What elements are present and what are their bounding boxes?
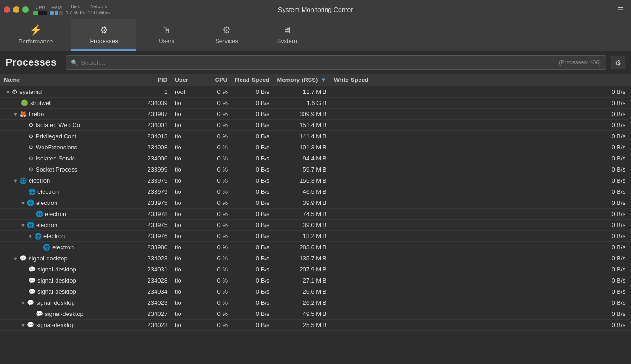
cpu-label: CPU	[35, 5, 45, 10]
col-header-read[interactable]: Read Speed	[231, 74, 273, 86]
tree-toggle[interactable]: ▼	[20, 200, 25, 206]
col-header-user[interactable]: User	[171, 74, 204, 86]
cell-write: 0 B/s	[330, 86, 631, 98]
tab-processes[interactable]: ⚙ Processes	[71, 19, 136, 51]
table-row[interactable]: 🌐electron233978tio0 %0 B/s74.5 MiB0 B/s	[0, 209, 631, 220]
process-name: signal-desktop	[36, 299, 75, 306]
table-row[interactable]: ⚙Socket Process233999tio0 %0 B/s59.7 MiB…	[0, 164, 631, 175]
table-row[interactable]: ▼🦊firefox233987tio0 %0 B/s309.9 MiB0 B/s	[0, 109, 631, 120]
col-header-cpu[interactable]: CPU	[204, 74, 231, 86]
process-name: electron	[36, 222, 57, 228]
col-header-write[interactable]: Write Speed	[330, 74, 631, 86]
process-icon: 💬	[19, 255, 27, 262]
process-icon: 🟢	[21, 99, 28, 106]
tab-performance[interactable]: ⚡ Performance	[0, 19, 71, 51]
cell-user: tio	[171, 175, 204, 186]
cell-write: 0 B/s	[330, 275, 631, 286]
tree-toggle[interactable]: ▼	[28, 234, 33, 239]
menu-icon[interactable]: ☰	[613, 4, 627, 16]
cell-user: tio	[171, 142, 204, 153]
cell-user: tio	[171, 253, 204, 264]
process-name: systemd	[19, 88, 42, 95]
cell-name: ⚙Isolated Web Co	[0, 120, 134, 131]
tree-toggle[interactable]: ▼	[13, 256, 18, 261]
table-row[interactable]: ⚙Isolated Servic234006tio0 %0 B/s94.4 Mi…	[0, 153, 631, 164]
table-container[interactable]: Name PID User CPU Read Speed Memory (RSS…	[0, 74, 631, 343]
cell-cpu: 0 %	[204, 131, 231, 142]
table-row[interactable]: 💬signal-desktop234027tio0 %0 B/s49.5 MiB…	[0, 308, 631, 320]
cell-memory: 151.4 MiB	[273, 120, 330, 131]
process-icon: ⚙	[12, 88, 18, 95]
cell-name: 💬signal-desktop	[0, 264, 134, 275]
tree-toggle[interactable]: ▼	[20, 222, 25, 228]
tree-toggle[interactable]: ▼	[13, 111, 18, 117]
minimize-button[interactable]	[13, 6, 19, 13]
performance-icon: ⚡	[30, 24, 42, 36]
col-header-mem[interactable]: Memory (RSS) ▼	[273, 74, 330, 86]
cell-cpu: 0 %	[204, 209, 231, 220]
cpu-bar	[33, 11, 38, 15]
cell-write: 0 B/s	[330, 109, 631, 120]
table-row[interactable]: 🌐electron233979tio0 %0 B/s46.5 MiB0 B/s	[0, 186, 631, 197]
cell-memory: 49.5 MiB	[273, 308, 330, 320]
table-row[interactable]: ⚙Privileged Cont234013tio0 %0 B/s141.4 M…	[0, 131, 631, 142]
cpu-indicator: CPU	[33, 5, 47, 15]
table-row[interactable]: ▼🌐electron233975tio0 %0 B/s39.9 MiB0 B/s	[0, 197, 631, 209]
cell-memory: 74.5 MiB	[273, 209, 330, 220]
process-icon: ⚙	[28, 155, 34, 162]
process-name: WebExtensions	[36, 144, 77, 151]
cell-pid: 233975	[134, 175, 171, 186]
process-name: Isolated Web Co	[36, 122, 80, 129]
close-button[interactable]	[4, 6, 10, 13]
table-row[interactable]: ▼🌐electron233975tio0 %0 B/s155.3 MiB0 B/…	[0, 175, 631, 186]
cell-name: 🌐electron	[0, 209, 134, 220]
col-header-pid[interactable]: PID	[134, 74, 171, 86]
table-row[interactable]: ⚙Isolated Web Co234001tio0 %0 B/s151.4 M…	[0, 120, 631, 131]
process-icon: 🌐	[27, 222, 34, 228]
search-bar[interactable]: 🔍 (Processes: 456)	[66, 55, 606, 70]
tab-services[interactable]: ⚙ Services	[197, 19, 257, 51]
table-row[interactable]: 💬signal-desktop234031tio0 %0 B/s207.9 Mi…	[0, 264, 631, 275]
app-title: System Monitoring Center	[278, 6, 353, 13]
table-row[interactable]: 🌐electron233980tio0 %0 B/s283.6 MiB0 B/s	[0, 242, 631, 253]
table-row[interactable]: ▼⚙systemd1root0 %0 B/s11.7 MiB0 B/s	[0, 86, 631, 98]
col-header-name[interactable]: Name	[0, 74, 134, 86]
table-row[interactable]: ▼🌐electron233976tio0 %0 B/s13.2 MiB0 B/s	[0, 231, 631, 242]
table-row[interactable]: ▼🌐electron233975tio0 %0 B/s39.0 MiB0 B/s	[0, 220, 631, 231]
tree-toggle[interactable]: ▼	[20, 322, 25, 328]
cell-cpu: 0 %	[204, 142, 231, 153]
cell-pid: 233976	[134, 231, 171, 242]
process-icon: 💬	[27, 321, 34, 328]
cell-pid: 234027	[134, 308, 171, 320]
tab-users[interactable]: 🖱 Users	[136, 19, 197, 51]
tree-toggle[interactable]: ▼	[20, 300, 25, 306]
maximize-button[interactable]	[22, 6, 29, 13]
table-row[interactable]: 💬signal-desktop234034tio0 %0 B/s26.6 MiB…	[0, 286, 631, 297]
cell-cpu: 0 %	[204, 153, 231, 164]
cell-cpu: 0 %	[204, 186, 231, 197]
cell-pid: 233975	[134, 220, 171, 231]
cell-write: 0 B/s	[330, 142, 631, 153]
cell-read: 0 B/s	[231, 186, 273, 197]
disk-indicator: Disk 1.7 MiB/s	[66, 4, 85, 15]
table-row[interactable]: ▼💬signal-desktop234023tio0 %0 B/s25.5 Mi…	[0, 320, 631, 331]
tab-system[interactable]: 🖥 System	[257, 19, 317, 51]
table-row[interactable]: ⚙WebExtensions234008tio0 %0 B/s101.3 MiB…	[0, 142, 631, 153]
cell-write: 0 B/s	[330, 264, 631, 275]
tree-toggle[interactable]: ▼	[6, 89, 11, 95]
table-row[interactable]: 💬signal-desktop234028tio0 %0 B/s27.1 MiB…	[0, 275, 631, 286]
cell-memory: 94.4 MiB	[273, 153, 330, 164]
cell-cpu: 0 %	[204, 308, 231, 320]
cell-write: 0 B/s	[330, 98, 631, 109]
process-name: Privileged Cont	[36, 133, 76, 140]
settings-button[interactable]: ⚙	[611, 56, 625, 69]
table-row[interactable]: 🟢shotwell234039tio0 %0 B/s1.6 GiB0 B/s	[0, 98, 631, 109]
search-input[interactable]	[81, 59, 556, 66]
cell-read: 0 B/s	[231, 86, 273, 98]
table-row[interactable]: ▼💬signal-desktop234023tio0 %0 B/s26.2 Mi…	[0, 297, 631, 308]
cell-memory: 26.6 MiB	[273, 286, 330, 297]
table-body: ▼⚙systemd1root0 %0 B/s11.7 MiB0 B/s🟢shot…	[0, 86, 631, 331]
cell-pid: 234001	[134, 120, 171, 131]
tree-toggle[interactable]: ▼	[13, 178, 18, 184]
table-row[interactable]: ▼💬signal-desktop234023tio0 %0 B/s135.7 M…	[0, 253, 631, 264]
